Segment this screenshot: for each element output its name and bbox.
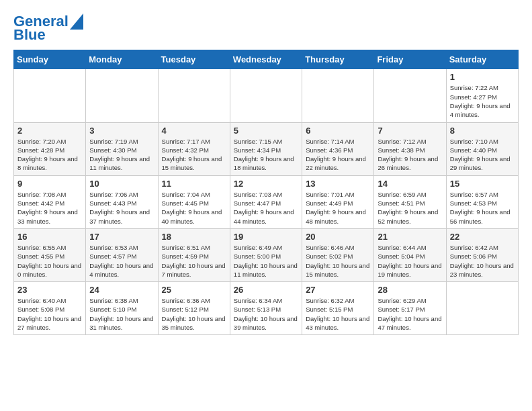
day-number: 11 <box>162 179 226 189</box>
day-info: Sunrise: 7:06 AM Sunset: 4:43 PM Dayligh… <box>89 190 154 226</box>
day-number: 3 <box>89 126 154 136</box>
calendar-day-cell: 7Sunrise: 7:12 AM Sunset: 4:38 PM Daylig… <box>374 122 446 175</box>
day-number: 12 <box>234 179 298 189</box>
calendar-day-cell: 8Sunrise: 7:10 AM Sunset: 4:40 PM Daylig… <box>446 122 518 175</box>
calendar-day-cell: 20Sunrise: 6:46 AM Sunset: 5:02 PM Dayli… <box>302 228 374 281</box>
calendar-day-cell: 26Sunrise: 6:34 AM Sunset: 5:13 PM Dayli… <box>230 282 302 335</box>
day-number: 8 <box>450 126 515 136</box>
calendar-table: SundayMondayTuesdayWednesdayThursdayFrid… <box>13 50 519 335</box>
calendar-day-cell: 10Sunrise: 7:06 AM Sunset: 4:43 PM Dayli… <box>86 175 158 228</box>
calendar-day-cell: 27Sunrise: 6:32 AM Sunset: 5:15 PM Dayli… <box>302 282 374 335</box>
day-info: Sunrise: 6:57 AM Sunset: 4:53 PM Dayligh… <box>450 190 515 226</box>
day-of-week-header: Sunday <box>14 50 86 69</box>
calendar-day-cell: 19Sunrise: 6:49 AM Sunset: 5:00 PM Dayli… <box>230 228 302 281</box>
day-number: 16 <box>17 232 82 242</box>
calendar-day-cell: 12Sunrise: 7:03 AM Sunset: 4:47 PM Dayli… <box>230 175 302 228</box>
day-info: Sunrise: 7:19 AM Sunset: 4:30 PM Dayligh… <box>89 137 154 173</box>
day-number: 20 <box>306 232 370 242</box>
calendar-day-cell <box>446 282 518 335</box>
day-number: 7 <box>378 126 442 136</box>
day-info: Sunrise: 6:34 AM Sunset: 5:13 PM Dayligh… <box>234 296 298 332</box>
calendar-day-cell: 25Sunrise: 6:36 AM Sunset: 5:12 PM Dayli… <box>158 282 230 335</box>
day-number: 4 <box>162 126 226 136</box>
day-number: 6 <box>306 126 370 136</box>
logo-arrow-icon <box>70 13 83 30</box>
day-number: 1 <box>450 72 515 82</box>
day-info: Sunrise: 6:55 AM Sunset: 4:55 PM Dayligh… <box>17 243 82 279</box>
day-info: Sunrise: 6:38 AM Sunset: 5:10 PM Dayligh… <box>89 296 154 332</box>
calendar-day-cell: 17Sunrise: 6:53 AM Sunset: 4:57 PM Dayli… <box>86 228 158 281</box>
day-number: 17 <box>89 232 154 242</box>
day-of-week-header: Monday <box>86 50 158 69</box>
calendar-day-cell: 28Sunrise: 6:29 AM Sunset: 5:17 PM Dayli… <box>374 282 446 335</box>
day-number: 28 <box>378 285 442 295</box>
calendar-day-cell: 24Sunrise: 6:38 AM Sunset: 5:10 PM Dayli… <box>86 282 158 335</box>
day-info: Sunrise: 6:29 AM Sunset: 5:17 PM Dayligh… <box>378 296 442 332</box>
day-info: Sunrise: 7:15 AM Sunset: 4:34 PM Dayligh… <box>234 137 298 173</box>
day-number: 2 <box>17 126 82 136</box>
calendar-day-cell: 5Sunrise: 7:15 AM Sunset: 4:34 PM Daylig… <box>230 122 302 175</box>
calendar-week-row: 16Sunrise: 6:55 AM Sunset: 4:55 PM Dayli… <box>14 228 519 281</box>
calendar-week-row: 23Sunrise: 6:40 AM Sunset: 5:08 PM Dayli… <box>14 282 519 335</box>
day-number: 19 <box>234 232 298 242</box>
page-header: General Blue <box>13 13 519 43</box>
day-number: 23 <box>17 285 82 295</box>
logo-blue-text: Blue <box>13 27 46 43</box>
calendar-day-cell: 15Sunrise: 6:57 AM Sunset: 4:53 PM Dayli… <box>446 175 518 228</box>
calendar-day-cell: 3Sunrise: 7:19 AM Sunset: 4:30 PM Daylig… <box>86 122 158 175</box>
day-number: 25 <box>162 285 226 295</box>
day-number: 5 <box>234 126 298 136</box>
day-info: Sunrise: 7:04 AM Sunset: 4:45 PM Dayligh… <box>162 190 226 226</box>
day-number: 10 <box>89 179 154 189</box>
calendar-day-cell: 14Sunrise: 6:59 AM Sunset: 4:51 PM Dayli… <box>374 175 446 228</box>
calendar-day-cell: 13Sunrise: 7:01 AM Sunset: 4:49 PM Dayli… <box>302 175 374 228</box>
calendar-day-cell <box>14 69 86 122</box>
day-number: 13 <box>306 179 370 189</box>
day-info: Sunrise: 7:12 AM Sunset: 4:38 PM Dayligh… <box>378 137 442 173</box>
calendar-day-cell: 11Sunrise: 7:04 AM Sunset: 4:45 PM Dayli… <box>158 175 230 228</box>
day-of-week-header: Thursday <box>302 50 374 69</box>
day-info: Sunrise: 7:17 AM Sunset: 4:32 PM Dayligh… <box>162 137 226 173</box>
day-number: 27 <box>306 285 370 295</box>
day-info: Sunrise: 7:20 AM Sunset: 4:28 PM Dayligh… <box>17 137 82 173</box>
day-info: Sunrise: 7:08 AM Sunset: 4:42 PM Dayligh… <box>17 190 82 226</box>
day-info: Sunrise: 7:03 AM Sunset: 4:47 PM Dayligh… <box>234 190 298 226</box>
day-number: 22 <box>450 232 515 242</box>
svg-marker-0 <box>70 13 83 30</box>
day-number: 14 <box>378 179 442 189</box>
day-number: 26 <box>234 285 298 295</box>
calendar-day-cell: 22Sunrise: 6:42 AM Sunset: 5:06 PM Dayli… <box>446 228 518 281</box>
day-info: Sunrise: 7:14 AM Sunset: 4:36 PM Dayligh… <box>306 137 370 173</box>
day-info: Sunrise: 6:36 AM Sunset: 5:12 PM Dayligh… <box>162 296 226 332</box>
day-number: 24 <box>89 285 154 295</box>
calendar-day-cell <box>302 69 374 122</box>
calendar-day-cell: 16Sunrise: 6:55 AM Sunset: 4:55 PM Dayli… <box>14 228 86 281</box>
calendar-day-cell <box>158 69 230 122</box>
day-info: Sunrise: 6:44 AM Sunset: 5:04 PM Dayligh… <box>378 243 442 279</box>
calendar-day-cell: 21Sunrise: 6:44 AM Sunset: 5:04 PM Dayli… <box>374 228 446 281</box>
day-info: Sunrise: 6:53 AM Sunset: 4:57 PM Dayligh… <box>89 243 154 279</box>
day-info: Sunrise: 6:32 AM Sunset: 5:15 PM Dayligh… <box>306 296 370 332</box>
day-of-week-header: Saturday <box>446 50 518 69</box>
calendar-header-row: SundayMondayTuesdayWednesdayThursdayFrid… <box>14 50 519 69</box>
day-of-week-header: Tuesday <box>158 50 230 69</box>
day-of-week-header: Friday <box>374 50 446 69</box>
day-info: Sunrise: 6:42 AM Sunset: 5:06 PM Dayligh… <box>450 243 515 279</box>
day-info: Sunrise: 6:49 AM Sunset: 5:00 PM Dayligh… <box>234 243 298 279</box>
calendar-week-row: 2Sunrise: 7:20 AM Sunset: 4:28 PM Daylig… <box>14 122 519 175</box>
calendar-day-cell <box>374 69 446 122</box>
calendar-day-cell: 1Sunrise: 7:22 AM Sunset: 4:27 PM Daylig… <box>446 69 518 122</box>
calendar-day-cell <box>86 69 158 122</box>
calendar-week-row: 1Sunrise: 7:22 AM Sunset: 4:27 PM Daylig… <box>14 69 519 122</box>
day-info: Sunrise: 6:51 AM Sunset: 4:59 PM Dayligh… <box>162 243 226 279</box>
day-of-week-header: Wednesday <box>230 50 302 69</box>
day-info: Sunrise: 6:59 AM Sunset: 4:51 PM Dayligh… <box>378 190 442 226</box>
calendar-day-cell: 18Sunrise: 6:51 AM Sunset: 4:59 PM Dayli… <box>158 228 230 281</box>
day-number: 18 <box>162 232 226 242</box>
day-info: Sunrise: 6:40 AM Sunset: 5:08 PM Dayligh… <box>17 296 82 332</box>
calendar-week-row: 9Sunrise: 7:08 AM Sunset: 4:42 PM Daylig… <box>14 175 519 228</box>
calendar-day-cell: 9Sunrise: 7:08 AM Sunset: 4:42 PM Daylig… <box>14 175 86 228</box>
day-info: Sunrise: 6:46 AM Sunset: 5:02 PM Dayligh… <box>306 243 370 279</box>
logo: General Blue <box>13 13 83 43</box>
day-info: Sunrise: 7:01 AM Sunset: 4:49 PM Dayligh… <box>306 190 370 226</box>
